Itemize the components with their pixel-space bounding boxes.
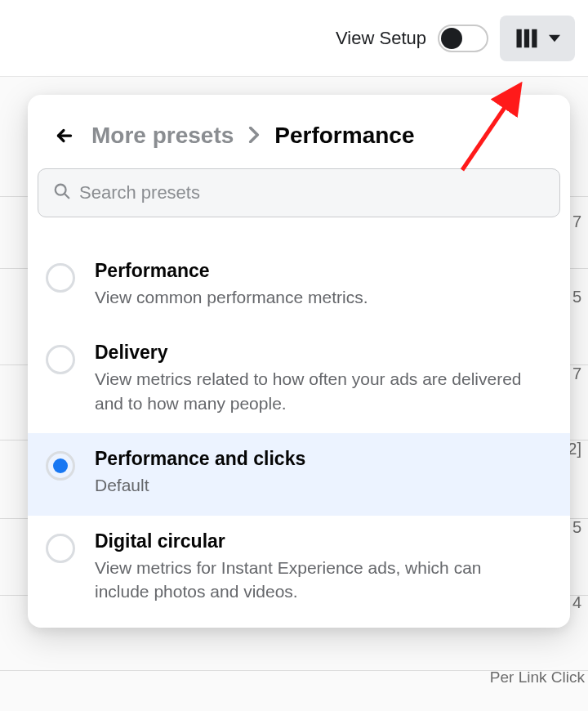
svg-line-4 bbox=[65, 194, 69, 198]
preset-title: Performance bbox=[95, 260, 368, 282]
breadcrumb: More presets Performance bbox=[28, 95, 570, 168]
search-input[interactable] bbox=[79, 182, 545, 203]
view-setup-toggle[interactable] bbox=[438, 25, 488, 52]
preset-digital-circular[interactable]: Digital circular View metrics for Instan… bbox=[28, 516, 570, 622]
columns-icon bbox=[514, 26, 539, 51]
presets-popover: More presets Performance Performance Vie… bbox=[28, 95, 570, 628]
radio-unchecked bbox=[46, 263, 75, 293]
search-presets-field[interactable] bbox=[38, 168, 560, 217]
preset-title: Performance and clicks bbox=[95, 448, 305, 470]
preset-performance-and-clicks[interactable]: Performance and clicks Default bbox=[28, 433, 570, 515]
svg-rect-0 bbox=[517, 29, 522, 47]
radio-checked bbox=[46, 451, 75, 481]
view-setup-label: View Setup bbox=[336, 28, 426, 49]
svg-rect-1 bbox=[524, 29, 529, 47]
toggle-knob bbox=[441, 28, 462, 49]
radio-unchecked bbox=[46, 345, 75, 374]
svg-rect-2 bbox=[532, 29, 537, 47]
preset-title: Digital circular bbox=[95, 530, 536, 552]
preset-desc: View common performance metrics. bbox=[95, 285, 368, 309]
preset-delivery[interactable]: Delivery View metrics related to how oft… bbox=[28, 327, 570, 433]
preset-list: Performance View common performance metr… bbox=[28, 224, 570, 621]
search-icon bbox=[53, 182, 71, 203]
chevron-right-icon bbox=[248, 123, 260, 149]
top-toolbar: View Setup bbox=[0, 0, 588, 77]
back-button[interactable] bbox=[52, 123, 77, 148]
chevron-down-icon bbox=[549, 33, 560, 44]
radio-unchecked bbox=[46, 534, 75, 563]
preset-performance[interactable]: Performance View common performance metr… bbox=[28, 245, 570, 327]
preset-desc: View metrics related to how often your a… bbox=[95, 367, 536, 415]
breadcrumb-parent[interactable]: More presets bbox=[91, 123, 234, 149]
preset-desc: View metrics for Instant Experience ads,… bbox=[95, 556, 536, 604]
columns-button[interactable] bbox=[500, 16, 575, 61]
breadcrumb-current: Performance bbox=[274, 123, 414, 149]
preset-desc: Default bbox=[95, 473, 305, 497]
preset-title: Delivery bbox=[95, 342, 536, 364]
